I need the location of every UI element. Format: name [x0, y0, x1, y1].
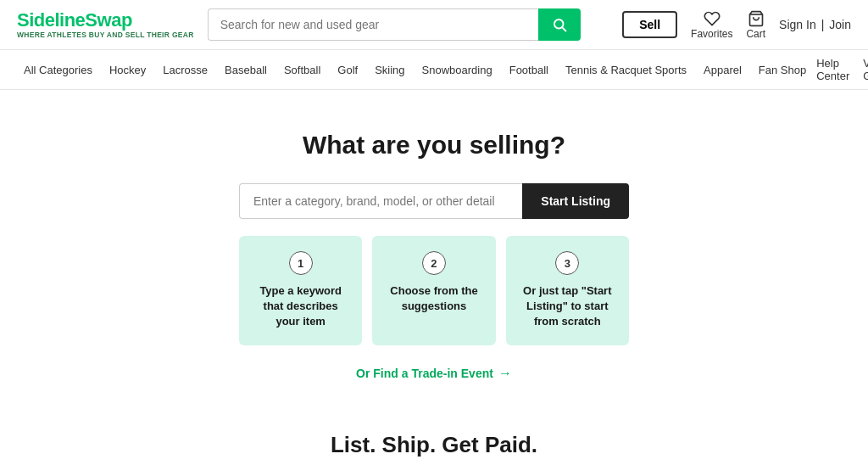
search-input[interactable]	[208, 8, 538, 41]
nav-item-football[interactable]: Football	[503, 62, 555, 78]
listing-input[interactable]	[239, 183, 522, 219]
step-text-3: Or just tap "Start Listing" to start fro…	[520, 283, 615, 330]
value-guide-link[interactable]: Value Guide	[863, 57, 868, 82]
nav-item-fan-shop[interactable]: Fan Shop	[752, 62, 813, 78]
listing-input-row: Start Listing	[239, 183, 629, 219]
step-number-1: 1	[289, 251, 313, 275]
nav: All Categories Hockey Lacrosse Baseball …	[0, 50, 868, 90]
header-actions: Sell Favorites Cart Sign In | Join	[622, 10, 851, 40]
header: SidelineSwap Where athletes buy and sell…	[0, 0, 868, 50]
nav-item-all-categories[interactable]: All Categories	[17, 62, 99, 78]
nav-item-snowboarding[interactable]: Snowboarding	[415, 62, 499, 78]
logo-tagline: Where athletes buy and sell their gear	[17, 31, 194, 39]
step-number-3: 3	[555, 251, 579, 275]
cart-action[interactable]: Cart	[746, 10, 765, 40]
start-listing-button[interactable]: Start Listing	[522, 183, 629, 219]
nav-item-tennis[interactable]: Tennis & Racquet Sports	[559, 62, 693, 78]
join-button[interactable]: Join	[829, 18, 851, 31]
favorites-action[interactable]: Favorites	[691, 10, 732, 40]
trade-in-arrow-icon: →	[498, 366, 512, 381]
step-card-2: 2 Choose from the suggestions	[372, 236, 495, 345]
trade-in-label: Or Find a Trade-in Event	[356, 367, 493, 380]
steps-row: 1 Type a keyword that describes your ite…	[239, 236, 629, 345]
cart-icon	[748, 10, 765, 27]
help-center-link[interactable]: Help Center	[816, 57, 849, 82]
nav-item-golf[interactable]: Golf	[331, 62, 364, 78]
favorites-label: Favorites	[691, 28, 732, 40]
bottom-section: List. Ship. Get Paid.	[17, 432, 851, 465]
nav-item-apparel[interactable]: Apparel	[697, 62, 748, 78]
sign-in-button[interactable]: Sign In	[779, 18, 816, 31]
main-content: What are you selling? Start Listing 1 Ty…	[0, 90, 868, 465]
cart-label: Cart	[746, 28, 765, 40]
search-button[interactable]	[538, 8, 581, 41]
search-area	[208, 8, 581, 41]
nav-item-lacrosse[interactable]: Lacrosse	[156, 62, 214, 78]
logo-text: SidelineSwap	[17, 11, 194, 30]
nav-right: Help Center Value Guide	[816, 57, 868, 82]
nav-item-baseball[interactable]: Baseball	[218, 62, 274, 78]
sign-in-join: Sign In | Join	[779, 18, 851, 31]
step-number-2: 2	[422, 251, 446, 275]
sell-button[interactable]: Sell	[622, 11, 677, 38]
nav-item-skiing[interactable]: Skiing	[368, 62, 411, 78]
search-icon	[552, 17, 567, 32]
step-card-1: 1 Type a keyword that describes your ite…	[239, 236, 362, 345]
list-ship-title: List. Ship. Get Paid.	[17, 432, 851, 458]
trade-in-link[interactable]: Or Find a Trade-in Event →	[356, 366, 512, 381]
svg-line-1	[562, 27, 565, 31]
nav-item-hockey[interactable]: Hockey	[103, 62, 153, 78]
step-text-2: Choose from the suggestions	[386, 283, 481, 314]
heart-icon	[704, 10, 721, 27]
step-card-3: 3 Or just tap "Start Listing" to start f…	[506, 236, 629, 345]
nav-item-softball[interactable]: Softball	[277, 62, 327, 78]
page-title: What are you selling?	[303, 131, 565, 160]
logo[interactable]: SidelineSwap Where athletes buy and sell…	[17, 11, 194, 39]
step-text-1: Type a keyword that describes your item	[253, 283, 348, 330]
